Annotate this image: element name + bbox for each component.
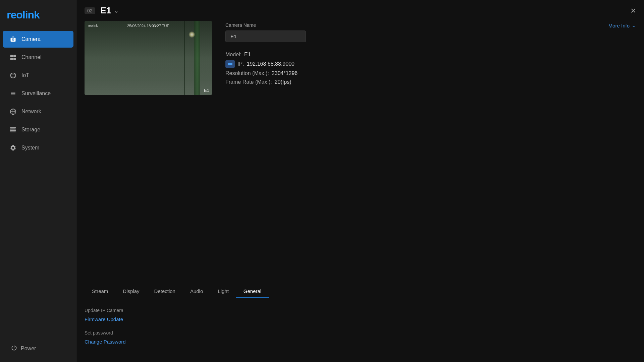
- sidebar: reolink Camera Channel IoT: [0, 0, 76, 362]
- dropdown-arrow-icon: ⌄: [114, 7, 119, 14]
- power-icon: [11, 345, 17, 353]
- camera-title-dropdown[interactable]: E1 ⌄: [101, 5, 119, 16]
- tab-general[interactable]: General: [236, 285, 269, 298]
- tabs-bar: Stream Display Detection Audio Light Gen…: [85, 285, 636, 298]
- scene-camera-label: E1: [204, 88, 209, 93]
- change-password-link[interactable]: Change Password: [85, 339, 636, 345]
- camera-timestamp: 25/06/2024 18:03:27 TUE: [127, 24, 169, 28]
- tab-audio[interactable]: Audio: [183, 285, 210, 298]
- ip-row: IP: 192.168.68.88:9000: [225, 60, 636, 68]
- camera-title: E1: [101, 5, 111, 16]
- model-value: E1: [244, 52, 251, 58]
- frame-rate-value: 20(fps): [275, 79, 291, 85]
- camera-panel: 02 E1 ⌄ × reolink 25/06/2024 18:03:27: [76, 0, 644, 362]
- more-info-button[interactable]: More Info ⌄: [608, 22, 636, 28]
- frame-rate-label: Frame Rate (Max.):: [225, 79, 272, 85]
- svg-rect-2: [10, 58, 13, 60]
- svg-rect-1: [13, 55, 16, 58]
- info-header: Camera Name E1 More Info ⌄: [225, 22, 636, 48]
- password-section-title: Set password: [85, 330, 636, 336]
- ip-label: IP:: [237, 61, 244, 67]
- svg-rect-3: [13, 58, 16, 60]
- system-icon: [9, 144, 17, 152]
- network-icon: [9, 108, 17, 115]
- camera-name-block: Camera Name E1: [225, 22, 306, 48]
- logo-area: reolink: [0, 0, 76, 30]
- svg-rect-0: [10, 55, 13, 58]
- tabs-section: Stream Display Detection Audio Light Gen…: [76, 285, 644, 298]
- frame-rate-row: Frame Rate (Max.): 20(fps): [225, 79, 636, 85]
- storage-icon: [9, 126, 17, 133]
- camera-info-block: Model: E1 IP: 192.168.68.88:9000 Resolut…: [225, 52, 636, 88]
- ip-value: 192.168.68.88:9000: [247, 61, 294, 67]
- close-button[interactable]: ×: [631, 6, 636, 15]
- resolution-value: 2304*1296: [272, 70, 298, 76]
- sidebar-item-camera[interactable]: Camera: [3, 31, 73, 48]
- app-logo: reolink: [7, 9, 40, 20]
- sidebar-item-system-label: System: [21, 145, 39, 151]
- sidebar-item-surveillance-label: Surveillance: [21, 90, 51, 97]
- tab-detection[interactable]: Detection: [147, 285, 183, 298]
- panel-header: 02 E1 ⌄ ×: [76, 0, 644, 21]
- camera-scene: reolink 25/06/2024 18:03:27 TUE E1: [85, 21, 212, 95]
- tab-display[interactable]: Display: [115, 285, 147, 298]
- camera-name-label: Camera Name: [225, 22, 306, 28]
- camera-info: Camera Name E1 More Info ⌄ Model: E1: [225, 21, 636, 280]
- main-content: 02 E1 ⌄ × reolink 25/06/2024 18:03:27: [76, 0, 644, 362]
- channel-icon: [9, 54, 17, 61]
- general-tab-content: Update IP Camera Firmware Update Set pas…: [76, 298, 644, 362]
- tab-light[interactable]: Light: [210, 285, 236, 298]
- resolution-label: Resolution (Max.):: [225, 70, 269, 76]
- sidebar-item-surveillance[interactable]: Surveillance: [3, 85, 73, 102]
- surveillance-icon: [9, 90, 17, 97]
- sidebar-item-camera-label: Camera: [21, 36, 41, 42]
- camera-icon: [9, 36, 17, 43]
- sidebar-item-system[interactable]: System: [3, 139, 73, 156]
- more-info-label: More Info: [608, 23, 630, 28]
- sidebar-item-iot[interactable]: IoT: [3, 67, 73, 84]
- sidebar-item-channel-label: Channel: [21, 54, 42, 60]
- svg-rect-9: [228, 63, 232, 65]
- ip-network-icon: [225, 60, 235, 68]
- power-label: Power: [21, 346, 36, 352]
- firmware-update-link[interactable]: Firmware Update: [85, 316, 636, 322]
- sidebar-bottom: Power: [0, 335, 76, 362]
- sidebar-item-network[interactable]: Network: [3, 103, 73, 120]
- update-section-title: Update IP Camera: [85, 308, 636, 313]
- scene-overlay: [85, 21, 212, 95]
- logo: reolink: [7, 9, 69, 20]
- svg-point-10: [231, 64, 231, 64]
- more-info-chevron-icon: ⌄: [632, 22, 636, 28]
- power-button[interactable]: Power: [7, 342, 69, 355]
- camera-name-value: E1: [225, 31, 306, 42]
- panel-body: reolink 25/06/2024 18:03:27 TUE E1 Camer…: [76, 21, 644, 280]
- sidebar-item-channel[interactable]: Channel: [3, 49, 73, 66]
- sidebar-item-storage[interactable]: Storage: [3, 121, 73, 138]
- sidebar-nav: Camera Channel IoT Surveillance: [0, 30, 76, 335]
- model-row: Model: E1: [225, 52, 636, 58]
- tab-stream[interactable]: Stream: [85, 285, 115, 298]
- sidebar-item-storage-label: Storage: [21, 127, 40, 133]
- resolution-row: Resolution (Max.): 2304*1296: [225, 70, 636, 76]
- camera-preview: reolink 25/06/2024 18:03:27 TUE E1: [85, 21, 212, 95]
- sidebar-item-network-label: Network: [21, 109, 41, 115]
- camera-number: 02: [85, 7, 95, 14]
- watermark: reolink: [88, 24, 98, 27]
- iot-icon: [9, 72, 17, 79]
- model-label: Model:: [225, 52, 241, 58]
- sidebar-item-iot-label: IoT: [21, 72, 29, 78]
